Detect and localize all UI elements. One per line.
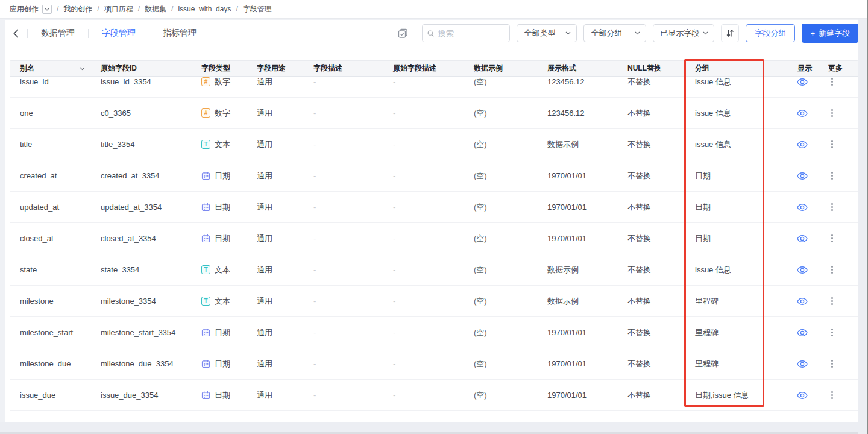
row-more-button[interactable]: [819, 203, 858, 211]
cell-orig-desc: -: [383, 265, 464, 274]
tab-data-management[interactable]: 数据管理: [36, 28, 80, 39]
fields-table: 别名 原始字段ID 字段类型 字段用途 字段描述 原始字段描述 数据示例 展示格…: [10, 60, 858, 411]
cell-desc: -: [304, 297, 383, 306]
visibility-toggle[interactable]: [788, 360, 819, 368]
cell-usage: 通用: [247, 202, 304, 213]
vertical-ellipsis-icon: [831, 203, 833, 211]
cell-orig-desc: -: [383, 297, 464, 306]
cell-orig-desc: -: [383, 140, 464, 149]
row-more-button[interactable]: [819, 234, 858, 242]
table-row[interactable]: created_at created_at_3354 日期 通用 - - (空): [10, 160, 858, 192]
visibility-toggle[interactable]: [788, 78, 819, 86]
cell-field-id: issue_id_3354: [91, 77, 192, 86]
app-switcher-dropdown[interactable]: [42, 5, 52, 14]
cell-desc: -: [304, 77, 383, 86]
row-more-button[interactable]: [819, 109, 858, 117]
column-header-more: 更多: [819, 63, 858, 74]
tab-metric-management[interactable]: 指标管理: [158, 28, 201, 39]
table-row[interactable]: closed_at closed_at_3354 日期 通用 - - (空): [10, 223, 858, 254]
eye-icon: [797, 109, 808, 118]
column-header-sample: 数据示例: [464, 63, 538, 74]
breadcrumb-item[interactable]: 我的创作: [63, 4, 92, 14]
cell-field-id: created_at_3354: [91, 171, 192, 180]
column-header-field-id: 原始字段ID: [91, 63, 192, 74]
row-more-button[interactable]: [819, 329, 858, 336]
eye-icon: [797, 78, 808, 86]
table-row[interactable]: issue_due issue_due_3354 日期 通用 - - (空): [10, 380, 858, 411]
filter-type-select[interactable]: 全部类型: [517, 24, 577, 42]
visibility-toggle[interactable]: [788, 266, 819, 274]
cell-orig-desc: -: [383, 203, 464, 212]
table-row[interactable]: milestone_due milestone_due_3354 日期 通用 -…: [10, 348, 858, 380]
breadcrumb-item[interactable]: 项目历程: [104, 4, 133, 14]
cell-null-replace: 不替换: [618, 233, 685, 244]
column-header-group: 分组: [685, 63, 788, 74]
row-more-button[interactable]: [819, 140, 858, 148]
table-row[interactable]: one c0_3365 # 数字 通用 - - (空) 123456.12 不替…: [10, 98, 858, 129]
cell-format: 123456.12: [538, 108, 618, 118]
cell-usage: 通用: [247, 108, 304, 119]
cell-group: issue 信息: [685, 265, 788, 275]
cell-usage: 通用: [247, 359, 304, 370]
visibility-toggle[interactable]: [788, 234, 819, 243]
table-row[interactable]: issue_id issue_id_3354 # 数字 通用 - - (空) 1…: [10, 77, 858, 98]
tab-field-management[interactable]: 字段管理: [97, 28, 140, 39]
row-more-button[interactable]: [819, 297, 858, 305]
table-row[interactable]: title title_3354 T 文本 通用 - - (空) 数据示例 不替…: [10, 129, 858, 160]
cell-alias: one: [10, 108, 91, 118]
cell-null-replace: 不替换: [618, 327, 685, 338]
create-field-button[interactable]: + 新建字段: [802, 24, 858, 43]
visibility-toggle[interactable]: [788, 391, 819, 400]
visibility-toggle[interactable]: [788, 140, 819, 149]
field-grouping-button[interactable]: 字段分组: [746, 24, 795, 42]
search-input[interactable]: [438, 29, 505, 38]
chevron-down-icon[interactable]: [80, 67, 91, 71]
visibility-toggle[interactable]: [788, 109, 819, 118]
breadcrumb-app[interactable]: 应用创作: [10, 4, 39, 14]
date-type-icon: [201, 359, 210, 368]
column-header-format: 展示格式: [538, 63, 618, 74]
row-more-button[interactable]: [819, 360, 858, 368]
cell-field-id: title_3354: [91, 140, 192, 149]
chevron-down-icon: [45, 8, 49, 11]
batch-select-button[interactable]: [398, 28, 408, 39]
breadcrumb-item-dataset[interactable]: issue_with_days: [178, 5, 231, 13]
breadcrumb-separator: /: [138, 5, 140, 13]
column-label: 别名: [20, 63, 34, 74]
table-row[interactable]: state state_3354 T 文本 通用 - - (空) 数据示例 不替…: [10, 254, 858, 286]
cell-alias: created_at: [10, 171, 91, 180]
date-type-icon: [201, 328, 210, 337]
cell-field-type: 日期: [192, 327, 247, 338]
visibility-toggle[interactable]: [788, 297, 819, 306]
column-header-alias[interactable]: 别名: [10, 63, 91, 74]
row-more-button[interactable]: [819, 391, 858, 399]
cell-field-type: # 数字: [192, 108, 247, 119]
visibility-toggle[interactable]: [788, 172, 819, 180]
visibility-toggle[interactable]: [788, 329, 819, 337]
breadcrumb-item[interactable]: 数据集: [145, 4, 166, 14]
visibility-toggle[interactable]: [788, 203, 819, 212]
table-row[interactable]: updated_at updated_at_3354 日期 通用 - - (空): [10, 192, 858, 223]
cell-format: 1970/01/01: [538, 234, 618, 243]
filter-visibility-select[interactable]: 已显示字段: [653, 24, 714, 42]
row-more-button[interactable]: [819, 78, 858, 86]
row-more-button[interactable]: [819, 172, 858, 180]
multi-select-icon: [398, 28, 408, 39]
row-more-button[interactable]: [819, 266, 858, 274]
table-body-viewport: issue_id issue_id_3354 # 数字 通用 - - (空) 1…: [10, 77, 858, 411]
filter-type-value: 全部类型: [524, 28, 555, 39]
search-box[interactable]: [422, 24, 510, 42]
cell-group: 日期: [685, 202, 788, 213]
table-row[interactable]: milestone milestone_3354 T 文本 通用 - - (空)…: [10, 286, 858, 317]
cell-group: issue 信息: [685, 139, 788, 150]
table-row[interactable]: milestone_start milestone_start_3354 日期 …: [10, 317, 858, 348]
date-type-icon: [201, 203, 210, 212]
cell-null-replace: 不替换: [618, 108, 685, 119]
filter-group-select[interactable]: 全部分组: [583, 24, 646, 42]
horizontal-scrollbar[interactable]: [0, 432, 868, 434]
sort-button[interactable]: [721, 24, 739, 42]
back-button[interactable]: [13, 29, 19, 38]
eye-icon: [797, 391, 808, 400]
cell-null-replace: 不替换: [618, 139, 685, 150]
chevron-down-icon: [635, 31, 640, 35]
